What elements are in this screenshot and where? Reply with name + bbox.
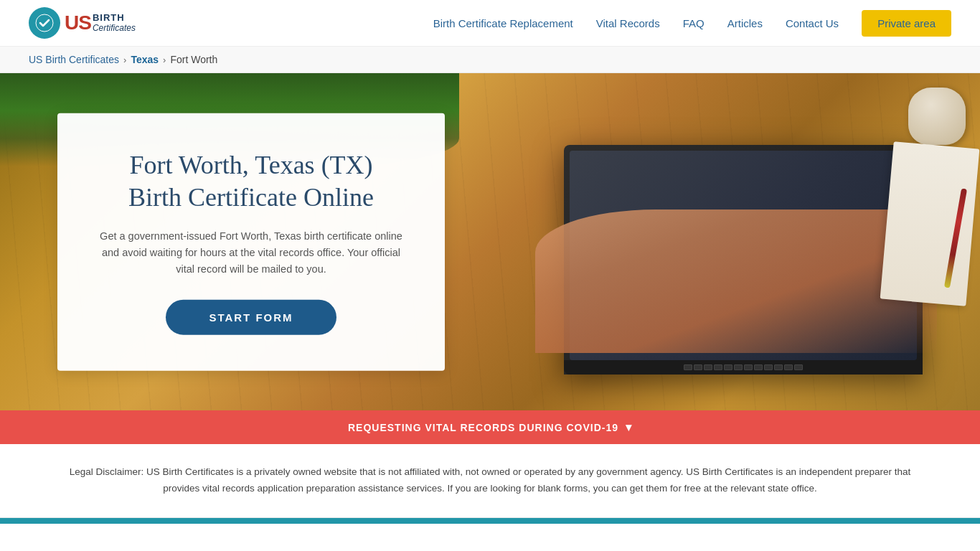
site-header: US BIRTH Certificates Birth Certificate … — [0, 0, 980, 47]
covid-banner-text: REQUESTING VITAL RECORDS DURING COVID-19 — [348, 422, 618, 433]
logo-icon — [29, 7, 60, 39]
breadcrumb: US Birth Certificates › Texas › Fort Wor… — [0, 47, 980, 73]
nav-faq[interactable]: FAQ — [683, 17, 705, 29]
keyboard-decoration — [564, 360, 923, 375]
breadcrumb-sep-1: › — [123, 55, 126, 65]
breadcrumb-current: Fort Worth — [170, 54, 217, 65]
breadcrumb-state[interactable]: Texas — [131, 54, 159, 65]
private-area-button[interactable]: Private area — [862, 10, 951, 37]
hero-title: Fort Worth, Texas (TX)Birth Certificate … — [93, 149, 409, 214]
main-nav: Birth Certificate Replacement Vital Reco… — [433, 10, 951, 37]
notebook-decoration — [880, 141, 980, 306]
nav-birth-cert[interactable]: Birth Certificate Replacement — [433, 17, 573, 29]
nav-contact[interactable]: Contact Us — [786, 17, 839, 29]
disclaimer-text: Legal Disclaimer: US Birth Certificates … — [57, 464, 923, 497]
logo-us-text: US — [65, 11, 91, 34]
hands-decoration — [535, 209, 937, 353]
covid-banner[interactable]: REQUESTING VITAL RECORDS DURING COVID-19… — [0, 410, 980, 444]
chevron-down-icon: ▾ — [626, 420, 632, 434]
svg-point-0 — [36, 14, 53, 32]
bottom-accent-bar — [0, 518, 980, 524]
legal-disclaimer: Legal Disclaimer: US Birth Certificates … — [0, 444, 980, 518]
coffee-cup-decoration — [908, 88, 966, 145]
hero-card: Fort Worth, Texas (TX)Birth Certificate … — [57, 113, 445, 371]
nav-articles[interactable]: Articles — [727, 17, 763, 29]
logo-birth-text: BIRTH Certificates — [93, 13, 136, 32]
nav-vital-records[interactable]: Vital Records — [596, 17, 660, 29]
start-form-button[interactable]: START FORM — [166, 299, 336, 334]
breadcrumb-sep-2: › — [163, 55, 166, 65]
logo[interactable]: US BIRTH Certificates — [29, 7, 136, 39]
hero-description: Get a government-issued Fort Worth, Texa… — [93, 228, 409, 278]
hero-section: Fort Worth, Texas (TX)Birth Certificate … — [0, 73, 980, 410]
breadcrumb-home[interactable]: US Birth Certificates — [29, 54, 119, 65]
